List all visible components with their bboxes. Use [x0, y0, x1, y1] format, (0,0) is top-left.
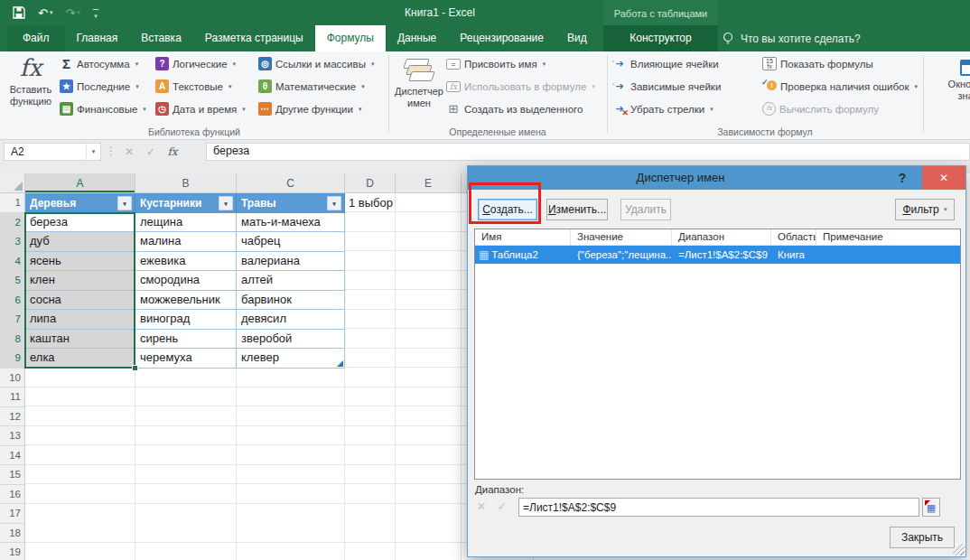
formula-input[interactable]: береза	[206, 143, 970, 161]
fill-handle[interactable]	[132, 365, 138, 371]
watch-window-button[interactable]: Окно контзначе	[930, 54, 970, 125]
row-header-9[interactable]: 9	[0, 349, 25, 369]
cell-C6[interactable]: барвинок	[237, 291, 345, 311]
row-header-3[interactable]: 3	[0, 232, 25, 252]
row-header-5[interactable]: 5	[0, 271, 25, 291]
column-header-scope[interactable]: Область	[771, 229, 816, 245]
cell-A6[interactable]: сосна	[25, 291, 135, 311]
column-header-D[interactable]: D	[345, 173, 396, 193]
row-header-7[interactable]: 7	[0, 310, 25, 330]
cell-B5[interactable]: смородина	[135, 271, 237, 291]
cell-B3[interactable]: малина	[135, 232, 237, 252]
filter-button[interactable]: Фильтр ▾	[895, 199, 955, 220]
column-header-B[interactable]: B	[135, 173, 237, 193]
cell-A8[interactable]: каштан	[25, 330, 135, 350]
save-button[interactable]	[13, 6, 25, 19]
row-header-17[interactable]: 17	[0, 504, 25, 524]
cell-C2[interactable]: мать-и-мачеха	[237, 213, 345, 233]
cell-A7[interactable]: липа	[25, 310, 135, 330]
tab-data[interactable]: Данные	[386, 25, 448, 51]
tab-review[interactable]: Рецензирование	[448, 25, 555, 51]
remove-arrows-button[interactable]: ➔✕Убрать стрелки▾	[612, 98, 721, 120]
cell-A9[interactable]: елка	[25, 349, 135, 369]
row-header-19[interactable]: 19	[0, 543, 25, 560]
define-name-button[interactable]: =Присвоить имя▾	[446, 52, 595, 75]
select-all-corner[interactable]	[0, 173, 25, 193]
show-formulas-button[interactable]: 15fxПоказать формулы	[762, 52, 918, 75]
tab-table-design[interactable]: Конструктор	[603, 25, 718, 51]
row-header-10[interactable]: 10	[0, 369, 25, 388]
dialog-titlebar[interactable]: Диспетчер имен ? ✕	[468, 166, 965, 190]
cell-C9[interactable]: клевер	[237, 349, 345, 369]
dialog-help-button[interactable]: ?	[891, 166, 913, 190]
column-header-value[interactable]: Значение	[571, 229, 672, 245]
column-header-E[interactable]: E	[396, 173, 462, 193]
customize-qat-button[interactable]: ─▾	[93, 7, 98, 18]
column-header-range[interactable]: Диапазон	[672, 229, 771, 245]
tab-view[interactable]: Вид	[555, 25, 599, 51]
cell-B8[interactable]: сирень	[135, 330, 237, 350]
cell-B4[interactable]: ежевика	[135, 252, 237, 272]
undo-button[interactable]: ↶▾	[38, 6, 52, 20]
names-list[interactable]: Имя Значение Диапазон Область Примечание…	[474, 229, 961, 480]
autosum-button[interactable]: ΣАвтосумма▾	[60, 52, 146, 75]
create-from-selection-button[interactable]: ⊞Создать из выделенного	[446, 98, 595, 120]
tab-page-layout[interactable]: Разметка страницы	[193, 25, 315, 51]
formula-bar-drag-handle[interactable]: ⋮	[106, 145, 117, 157]
row-header-4[interactable]: 4	[0, 252, 25, 272]
close-button[interactable]: Закрыть	[890, 527, 955, 548]
row-header-1[interactable]: 1	[0, 193, 25, 213]
row-header-18[interactable]: 18	[0, 524, 25, 544]
cell-C7[interactable]: девясил	[237, 310, 345, 330]
tell-me-box[interactable]: Что вы хотите сделать?	[723, 25, 861, 51]
column-header-C[interactable]: C	[237, 173, 345, 193]
text-functions-button[interactable]: AТекстовые▾	[155, 75, 246, 98]
tab-insert[interactable]: Вставка	[129, 25, 193, 51]
row-header-2[interactable]: 2	[0, 213, 25, 233]
error-checking-button[interactable]: ✓!Проверка наличия ошибок▾	[762, 75, 918, 98]
name-manager-button[interactable]: Диспетчер имен	[392, 54, 446, 125]
dialog-resize-grip[interactable]	[953, 544, 965, 555]
range-picker-button[interactable]: ▦	[922, 498, 940, 517]
column-header-comment[interactable]: Примечание	[816, 229, 960, 245]
date-time-button[interactable]: ◷Дата и время▾	[155, 98, 246, 120]
tab-file[interactable]: Файл	[7, 25, 65, 51]
name-box[interactable]: A2 ▾	[4, 143, 101, 161]
cell-A5[interactable]: клен	[25, 271, 135, 291]
filter-dropdown-icon[interactable]: ▾	[219, 196, 233, 210]
table-header-cell-B1[interactable]: Кустарники▾	[135, 193, 237, 213]
dialog-close-icon[interactable]: ✕	[922, 166, 965, 190]
column-header-A[interactable]: A	[25, 173, 135, 193]
trace-precedents-button[interactable]: ▫➔Влияющие ячейки	[612, 52, 721, 75]
row-header-15[interactable]: 15	[0, 465, 25, 485]
range-input[interactable]	[518, 498, 919, 517]
cell-C8[interactable]: зверобой	[237, 330, 345, 350]
math-trig-button[interactable]: θМатематические▾	[258, 75, 374, 98]
logical-button[interactable]: ?Логические▾	[155, 52, 246, 75]
tab-home[interactable]: Главная	[65, 25, 130, 51]
row-header-6[interactable]: 6	[0, 291, 25, 311]
financial-button[interactable]: ▤Финансовые▾	[60, 98, 146, 120]
tab-formulas[interactable]: Формулы	[315, 25, 386, 51]
cell-A4[interactable]: ясень	[25, 252, 135, 272]
table-header-cell-C1[interactable]: Травы▾	[237, 193, 345, 213]
filter-dropdown-icon[interactable]: ▾	[117, 196, 132, 210]
name-box-dropdown-icon[interactable]: ▾	[86, 144, 100, 160]
insert-function-button[interactable]: fx Вставить функцию	[4, 54, 58, 125]
cell-B2[interactable]: лещина	[135, 213, 237, 233]
cell-B7[interactable]: виноград	[135, 310, 237, 330]
cell-B6[interactable]: можжевельник	[135, 291, 237, 311]
insert-function-fx-button[interactable]: fx	[163, 143, 182, 161]
column-header-name[interactable]: Имя	[475, 229, 571, 245]
row-header-11[interactable]: 11	[0, 387, 25, 407]
create-name-button[interactable]: Создать...	[478, 199, 537, 220]
name-row-selected[interactable]: ▦Таблица2 {"береза";"лещина... =Лист1!$A…	[475, 246, 960, 264]
row-header-8[interactable]: 8	[0, 330, 25, 350]
cell-C5[interactable]: алтей	[237, 271, 345, 291]
more-functions-button[interactable]: ⋯Другие функции▾	[258, 98, 374, 120]
cell-A2[interactable]: береза	[25, 213, 135, 233]
trace-dependents-button[interactable]: ▫➔Зависимые ячейки	[612, 75, 721, 98]
lookup-reference-button[interactable]: ◎Ссылки и массивы▾	[258, 52, 374, 75]
table-header-cell-A1[interactable]: Деревья▾	[25, 193, 135, 213]
table-resize-handle[interactable]	[337, 360, 343, 367]
